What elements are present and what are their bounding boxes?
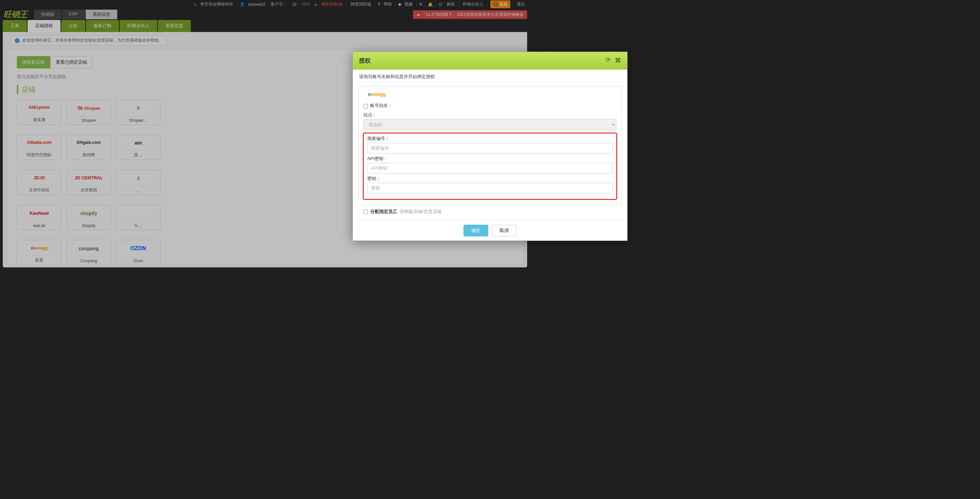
- platform-logo: JD CENTRAL: [67, 170, 111, 185]
- partner-link[interactable]: 旺销合伙人: [461, 2, 485, 7]
- modal-title: 授权: [359, 57, 371, 65]
- platform-logo: am: [116, 135, 160, 150]
- platform-name: 新蛋: [17, 255, 61, 265]
- platform-card[interactable]: Kauflandreal.de: [17, 205, 62, 230]
- platform-card[interactable]: SShopee…: [116, 99, 161, 125]
- alias-row: 账号别名：: [363, 102, 530, 110]
- merchant-input[interactable]: [367, 143, 530, 153]
- site-row: 站点： 请选择: [363, 112, 530, 131]
- platform-logo: 🛍 Shopee: [67, 100, 111, 116]
- auth-warning[interactable]: 授权失效(6): [320, 2, 344, 7]
- mode-tab-sysinfo[interactable]: 系统信息: [86, 10, 117, 19]
- help-link[interactable]: 帮助: [382, 2, 393, 7]
- bell-icon[interactable]: 🔔: [428, 2, 433, 7]
- platform-card[interactable]: newegg新蛋: [17, 240, 62, 265]
- platform-name: 京东印尼站: [17, 185, 61, 195]
- auth-modal: 授权 ⟳ ✖ 请填写账号名称和信息并开始绑定授权 newegg 账号别名： 站点…: [352, 52, 530, 241]
- warning-icon: ▲: [313, 2, 318, 7]
- company-name[interactable]: 华天伟业网络科技: [199, 2, 234, 7]
- platform-name: Shopify: [67, 221, 111, 230]
- assign-sub: 营销版店铺/负责店铺: [400, 209, 442, 215]
- platform-card[interactable]: am亚…: [116, 135, 161, 160]
- secret-row: 密钥：: [367, 175, 530, 193]
- platform-card[interactable]: V…: [116, 205, 161, 230]
- alias-label: 账号别名：: [370, 102, 392, 109]
- main-tab-workorder[interactable]: 工单: [3, 20, 27, 32]
- platform-name: Shopee: [67, 116, 111, 124]
- alias-checkbox[interactable]: [363, 104, 368, 108]
- main-tab-notice[interactable]: 公告: [61, 20, 85, 32]
- platform-logo: Alibaba.com: [17, 135, 61, 150]
- platform-name: 阿里巴巴国际: [17, 150, 61, 160]
- platform-logo: J: [116, 170, 160, 186]
- note-icon[interactable]: ✎: [419, 2, 423, 7]
- platform-name: Shopee…: [116, 116, 160, 124]
- platform-name: Ozon: [116, 257, 160, 265]
- logo-bar: 旺销王 营销版 ERP 系统信息 ▲ 「11.27深圳线下」2021首届东南亚本…: [0, 9, 530, 20]
- modal-body: newegg 账号别名： 站点： 请选择 商家编号： API密钥：: [353, 83, 530, 220]
- platform-card[interactable]: coupangCoupang: [66, 240, 111, 265]
- platform-name: 亚…: [116, 150, 160, 160]
- platform-name: 京东泰国: [67, 185, 111, 195]
- merchant-row: 商家编号：: [367, 136, 530, 153]
- platform-logo: Kaufland: [17, 205, 61, 221]
- main-tab-partner[interactable]: 旺销合伙人: [120, 20, 157, 32]
- platform-logo: OZON: [116, 240, 160, 257]
- platform-name: V…: [116, 221, 160, 230]
- platform-logo: AliExpress: [17, 100, 61, 115]
- site-label: 站点：: [363, 112, 377, 118]
- top-header: ⌂ 华天伟业网络科技 | 👤 tianwei02 客户号： 19 VIP5 ▲ …: [0, 0, 530, 9]
- platform-card[interactable]: JD.ID京东印尼站: [17, 170, 62, 195]
- info-banner: i 欢迎使用旺销王，本系统将帮助您智能化管理店铺，为打造高销量提供帮助。: [10, 35, 167, 45]
- announcement-banner[interactable]: ▲ 「11.27深圳线下」2021首届东南亚本土店资源对接峰会: [413, 10, 527, 19]
- platform-name: 速卖通: [17, 115, 61, 124]
- platform-logo: S: [116, 100, 160, 116]
- platform-card[interactable]: OZONOzon: [116, 240, 161, 265]
- service-button[interactable]: 🎧 客服: [490, 0, 510, 8]
- platform-card[interactable]: Alibaba.com阿里巴巴国际: [17, 135, 62, 160]
- customer-id: 19: [291, 2, 298, 7]
- platform-logo: coupang: [67, 240, 111, 257]
- platform-name: Coupang: [67, 257, 111, 265]
- modal-body-inner: newegg 账号别名： 站点： 请选择 商家编号： API密钥：: [358, 86, 530, 205]
- apikey-label: API密钥：: [367, 156, 388, 162]
- bind-new-shop-button[interactable]: 绑定新店铺: [17, 56, 50, 69]
- platform-logo: [116, 205, 160, 221]
- alert-icon: ▲: [417, 12, 420, 17]
- logout-link[interactable]: 退出: [515, 2, 527, 7]
- info-text: 欢迎使用旺销王，本系统将帮助您智能化管理店铺，为打造高销量提供帮助。: [22, 38, 163, 43]
- platform-card[interactable]: DHgate.com敦煌网: [66, 135, 111, 160]
- assign-checkbox[interactable]: [363, 210, 368, 214]
- confirm-button[interactable]: 确定: [463, 225, 488, 236]
- platform-card[interactable]: shopifyShopify: [66, 205, 111, 230]
- platform-name: real.de: [17, 221, 61, 230]
- apikey-input[interactable]: [367, 163, 530, 174]
- info-icon: i: [15, 38, 20, 43]
- region-link[interactable]: 阿里国际版: [349, 2, 373, 7]
- platform-name: …: [116, 186, 160, 195]
- help-icon: ?: [378, 2, 380, 7]
- cancel-button[interactable]: 取消: [492, 225, 517, 236]
- cart-icon: 🛒: [438, 2, 443, 7]
- video-link[interactable]: 视频: [403, 2, 414, 7]
- platform-card[interactable]: J…: [116, 170, 161, 195]
- headset-icon: 🎧: [493, 2, 498, 6]
- mode-tab-marketing[interactable]: 营销版: [34, 10, 61, 19]
- vip-level: VIP5: [300, 2, 312, 7]
- main-tab-sysinfo[interactable]: 系统信息: [158, 20, 191, 32]
- secret-input[interactable]: [367, 183, 530, 193]
- main-tab-service[interactable]: 服务订购: [86, 20, 119, 32]
- site-select[interactable]: 请选择: [363, 119, 530, 131]
- secret-label: 密钥：: [367, 175, 381, 182]
- platform-card[interactable]: JD CENTRAL京东泰国: [66, 170, 111, 195]
- platform-card[interactable]: 🛍 ShopeeShopee: [66, 99, 111, 125]
- user-name[interactable]: tianwei02: [247, 2, 267, 7]
- platform-card[interactable]: AliExpress速卖通: [17, 99, 62, 125]
- purchase-link[interactable]: 购买: [445, 2, 456, 7]
- merchant-label: 商家编号：: [367, 136, 390, 142]
- view-bound-shops-button[interactable]: 查看已绑定店铺: [50, 56, 92, 69]
- mode-tab-erp[interactable]: ERP: [62, 10, 85, 19]
- main-tab-shopauth[interactable]: 店铺授权: [27, 20, 60, 32]
- assign-row: 分配指定员工 营销版店铺/负责店铺: [358, 205, 530, 216]
- credentials-highlight: 商家编号： API密钥： 密钥：: [363, 132, 530, 200]
